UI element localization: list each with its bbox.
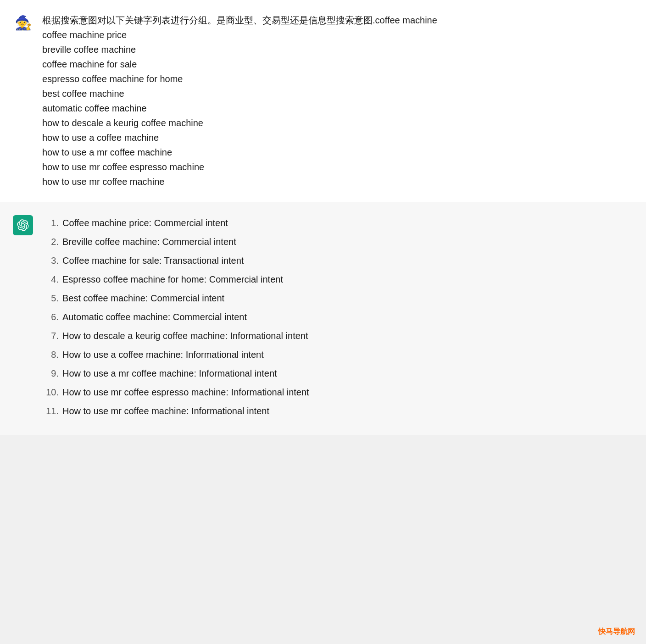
list-content: Automatic coffee machine: Commercial int… bbox=[62, 309, 247, 325]
list-content: How to use a coffee machine: Information… bbox=[62, 347, 264, 363]
user-message-text: 根据搜索意图对以下关键字列表进行分组。是商业型、交易型还是信息型搜索意图.cof… bbox=[42, 13, 628, 189]
list-content: Espresso coffee machine for home: Commer… bbox=[62, 272, 283, 288]
list-content: Breville coffee machine: Commercial inte… bbox=[62, 234, 236, 250]
user-text-line-5: best coffee machine bbox=[42, 86, 628, 101]
ai-list-item: 3.Coffee machine for sale: Transactional… bbox=[42, 253, 628, 269]
list-number: 10. bbox=[42, 384, 59, 400]
list-content: How to descale a keurig coffee machine: … bbox=[62, 328, 308, 344]
ai-list-item: 2.Breville coffee machine: Commercial in… bbox=[42, 234, 628, 250]
list-content: Coffee machine price: Commercial intent bbox=[62, 215, 228, 231]
ai-list-item: 4.Espresso coffee machine for home: Comm… bbox=[42, 272, 628, 288]
list-number: 11. bbox=[42, 403, 59, 419]
list-number: 4. bbox=[42, 272, 59, 288]
list-number: 7. bbox=[42, 328, 59, 344]
list-content: How to use mr coffee machine: Informatio… bbox=[62, 403, 269, 419]
user-avatar: 🧙 bbox=[13, 13, 33, 33]
list-number: 9. bbox=[42, 366, 59, 382]
watermark: 快马导航网 bbox=[598, 627, 635, 637]
user-avatar-emoji: 🧙 bbox=[15, 16, 32, 30]
user-text-line-9: how to use a mr coffee machine bbox=[42, 145, 628, 160]
ai-list-item: 6.Automatic coffee machine: Commercial i… bbox=[42, 309, 628, 325]
ai-list-item: 7.How to descale a keurig coffee machine… bbox=[42, 328, 628, 344]
user-text-line-10: how to use mr coffee espresso machine bbox=[42, 160, 628, 174]
ai-list-item: 8.How to use a coffee machine: Informati… bbox=[42, 347, 628, 363]
list-number: 2. bbox=[42, 234, 59, 250]
ai-response-list: 1.Coffee machine price: Commercial inten… bbox=[42, 215, 628, 419]
ai-list-item: 11.How to use mr coffee machine: Informa… bbox=[42, 403, 628, 419]
user-text-line-1: coffee machine price bbox=[42, 28, 628, 42]
ai-list-item: 5.Best coffee machine: Commercial intent bbox=[42, 290, 628, 306]
list-content: Best coffee machine: Commercial intent bbox=[62, 290, 224, 306]
list-number: 5. bbox=[42, 290, 59, 306]
user-text-line-2: breville coffee machine bbox=[42, 42, 628, 57]
list-number: 8. bbox=[42, 347, 59, 363]
user-text-line-11: how to use mr coffee machine bbox=[42, 174, 628, 189]
list-content: How to use mr coffee espresso machine: I… bbox=[62, 384, 309, 400]
user-text-line-6: automatic coffee machine bbox=[42, 101, 628, 116]
list-content: How to use a mr coffee machine: Informat… bbox=[62, 366, 277, 382]
list-number: 3. bbox=[42, 253, 59, 269]
user-text-line-0: 根据搜索意图对以下关键字列表进行分组。是商业型、交易型还是信息型搜索意图.cof… bbox=[42, 13, 628, 28]
ai-message: 1.Coffee machine price: Commercial inten… bbox=[0, 202, 646, 435]
user-text-line-8: how to use a coffee machine bbox=[42, 130, 628, 145]
chatgpt-icon bbox=[17, 219, 29, 231]
ai-message-text: 1.Coffee machine price: Commercial inten… bbox=[42, 215, 628, 422]
user-text-line-7: how to descale a keurig coffee machine bbox=[42, 116, 628, 130]
user-text-line-3: coffee machine for sale bbox=[42, 57, 628, 72]
list-number: 1. bbox=[42, 215, 59, 231]
ai-list-item: 10.How to use mr coffee espresso machine… bbox=[42, 384, 628, 400]
ai-list-item: 1.Coffee machine price: Commercial inten… bbox=[42, 215, 628, 231]
list-number: 6. bbox=[42, 309, 59, 325]
ai-avatar bbox=[13, 215, 33, 235]
user-message: 🧙 根据搜索意图对以下关键字列表进行分组。是商业型、交易型还是信息型搜索意图.c… bbox=[0, 0, 646, 202]
list-content: Coffee machine for sale: Transactional i… bbox=[62, 253, 244, 269]
user-text-line-4: espresso coffee machine for home bbox=[42, 72, 628, 86]
ai-list-item: 9.How to use a mr coffee machine: Inform… bbox=[42, 366, 628, 382]
chat-container: 🧙 根据搜索意图对以下关键字列表进行分组。是商业型、交易型还是信息型搜索意图.c… bbox=[0, 0, 646, 435]
